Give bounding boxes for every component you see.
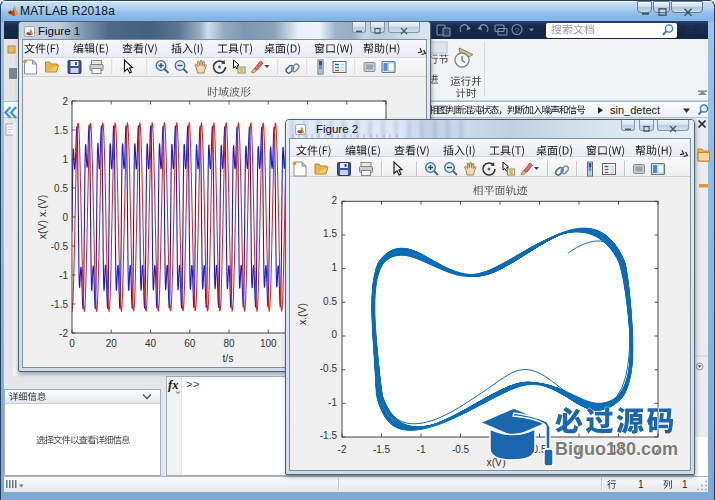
svg-text:-0.5: -0.5 xyxy=(51,241,69,252)
svg-text:0: 0 xyxy=(62,212,68,223)
svg-text:x(V) x.(V): x(V) x.(V) xyxy=(36,195,48,239)
svg-text:-1.5: -1.5 xyxy=(51,299,69,310)
svg-text:1: 1 xyxy=(638,479,644,490)
svg-text:1.5: 1.5 xyxy=(54,125,68,136)
svg-text:60: 60 xyxy=(184,338,196,349)
svg-text:2: 2 xyxy=(62,96,68,107)
svg-text:2: 2 xyxy=(331,195,337,206)
svg-text:sin_detect: sin_detect xyxy=(610,104,660,116)
svg-text:0: 0 xyxy=(69,338,75,349)
svg-text:?: ? xyxy=(515,26,520,35)
svg-text:1.5: 1.5 xyxy=(323,228,337,239)
svg-text:0: 0 xyxy=(331,329,337,340)
svg-text:t/s: t/s xyxy=(222,352,233,364)
svg-text:-1: -1 xyxy=(417,444,426,455)
svg-text:100: 100 xyxy=(260,338,277,349)
svg-text:1: 1 xyxy=(331,262,337,273)
svg-text:0.5: 0.5 xyxy=(54,183,68,194)
svg-text:1: 1 xyxy=(62,154,68,165)
svg-text:20: 20 xyxy=(106,338,118,349)
svg-text:x.(V): x.(V) xyxy=(296,303,308,325)
svg-text:>>: >> xyxy=(186,378,200,390)
svg-text:-1: -1 xyxy=(59,270,68,281)
svg-text:80: 80 xyxy=(223,338,235,349)
svg-text:Biguo180.com: Biguo180.com xyxy=(555,439,678,459)
svg-text:-1.5: -1.5 xyxy=(373,444,391,455)
svg-text:fx: fx xyxy=(168,378,178,392)
svg-text:-0.5: -0.5 xyxy=(320,363,338,374)
svg-text:-0.5: -0.5 xyxy=(452,444,470,455)
svg-text:-2: -2 xyxy=(59,328,68,339)
svg-text:-2: -2 xyxy=(338,444,347,455)
svg-text:-1.5: -1.5 xyxy=(320,430,338,441)
svg-text:1: 1 xyxy=(682,479,688,490)
svg-text:40: 40 xyxy=(145,338,157,349)
svg-text:0.5: 0.5 xyxy=(323,296,337,307)
svg-text:-1: -1 xyxy=(328,397,337,408)
